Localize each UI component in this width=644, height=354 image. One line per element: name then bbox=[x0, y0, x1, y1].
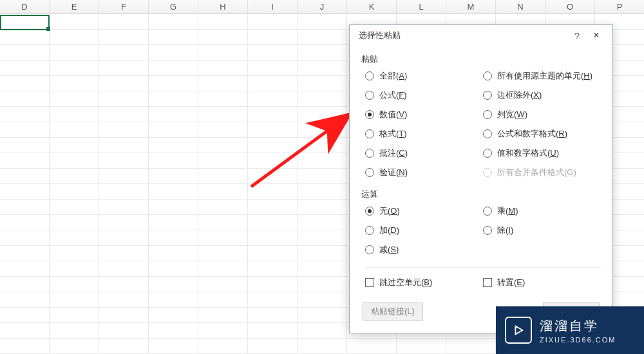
cell[interactable] bbox=[0, 277, 50, 292]
cell[interactable] bbox=[149, 215, 198, 230]
cell[interactable] bbox=[0, 200, 50, 214]
skip-blanks-checkbox[interactable]: 跳过空单元(B) bbox=[365, 277, 483, 288]
cell[interactable] bbox=[298, 277, 347, 292]
cell[interactable] bbox=[248, 138, 298, 153]
cell[interactable] bbox=[248, 122, 298, 137]
cell[interactable] bbox=[248, 169, 298, 183]
cell[interactable] bbox=[0, 45, 50, 60]
cell[interactable] bbox=[0, 261, 50, 276]
cell[interactable] bbox=[0, 169, 50, 183]
cell[interactable] bbox=[248, 61, 298, 75]
cell[interactable] bbox=[99, 169, 149, 183]
cell[interactable] bbox=[50, 61, 99, 75]
cell[interactable] bbox=[198, 76, 248, 91]
cell[interactable] bbox=[50, 138, 99, 153]
cell[interactable] bbox=[149, 153, 198, 168]
cell[interactable] bbox=[149, 246, 198, 261]
column-header-K[interactable]: K bbox=[347, 0, 397, 14]
cell[interactable] bbox=[149, 76, 198, 91]
help-icon[interactable]: ? bbox=[567, 30, 587, 41]
cell[interactable] bbox=[0, 61, 50, 75]
cell[interactable] bbox=[397, 339, 446, 353]
cell[interactable] bbox=[298, 184, 347, 199]
cell[interactable] bbox=[198, 277, 248, 292]
cell[interactable] bbox=[0, 215, 50, 230]
cell[interactable] bbox=[50, 339, 99, 353]
cell[interactable] bbox=[198, 91, 248, 106]
cell[interactable] bbox=[0, 230, 50, 245]
cell[interactable] bbox=[99, 138, 149, 153]
paste-radio-F[interactable]: 公式(F) bbox=[365, 89, 483, 101]
paste-radio-T[interactable]: 格式(T) bbox=[365, 128, 483, 140]
cell[interactable] bbox=[198, 261, 248, 276]
cell[interactable] bbox=[198, 200, 248, 214]
cell[interactable] bbox=[50, 45, 99, 60]
cell[interactable] bbox=[198, 138, 248, 153]
cell[interactable] bbox=[0, 153, 50, 168]
cell[interactable] bbox=[248, 30, 298, 44]
cell[interactable] bbox=[149, 14, 198, 29]
cell[interactable] bbox=[0, 14, 50, 29]
column-header-N[interactable]: N bbox=[496, 0, 545, 14]
column-header-P[interactable]: P bbox=[595, 0, 644, 14]
cell[interactable] bbox=[198, 169, 248, 183]
cell[interactable] bbox=[446, 339, 496, 353]
column-header-O[interactable]: O bbox=[545, 0, 595, 14]
cell[interactable] bbox=[198, 308, 248, 322]
cell[interactable] bbox=[0, 246, 50, 261]
cell[interactable] bbox=[298, 122, 347, 137]
cell[interactable] bbox=[50, 153, 99, 168]
cell[interactable] bbox=[99, 45, 149, 60]
cell[interactable] bbox=[248, 339, 298, 353]
cell[interactable] bbox=[99, 200, 149, 214]
cell[interactable] bbox=[50, 230, 99, 245]
paste-radio-V[interactable]: 数值(V) bbox=[365, 109, 483, 120]
column-header-J[interactable]: J bbox=[298, 0, 347, 14]
cell[interactable] bbox=[248, 292, 298, 307]
cell[interactable] bbox=[50, 246, 99, 261]
cell[interactable] bbox=[248, 261, 298, 276]
cell[interactable] bbox=[99, 76, 149, 91]
cell[interactable] bbox=[149, 184, 198, 199]
cell[interactable] bbox=[99, 30, 149, 44]
cell[interactable] bbox=[0, 76, 50, 91]
cell[interactable] bbox=[0, 339, 50, 353]
cell[interactable] bbox=[149, 261, 198, 276]
cell[interactable] bbox=[198, 107, 248, 122]
cell[interactable] bbox=[149, 230, 198, 245]
op-radio-D[interactable]: 加(D) bbox=[365, 225, 483, 236]
cell[interactable] bbox=[198, 184, 248, 199]
cell[interactable] bbox=[50, 292, 99, 307]
cell[interactable] bbox=[99, 61, 149, 75]
cell[interactable] bbox=[248, 91, 298, 106]
cell[interactable] bbox=[248, 76, 298, 91]
cell[interactable] bbox=[248, 246, 298, 261]
paste-radio-R[interactable]: 公式和数字格式(R) bbox=[483, 128, 601, 140]
cell[interactable] bbox=[248, 230, 298, 245]
column-header-L[interactable]: L bbox=[397, 0, 446, 14]
cell[interactable] bbox=[0, 122, 50, 137]
cell[interactable] bbox=[248, 215, 298, 230]
paste-radio-U[interactable]: 值和数字格式(U) bbox=[483, 147, 601, 159]
column-header-M[interactable]: M bbox=[446, 0, 496, 14]
cell[interactable] bbox=[0, 308, 50, 322]
cell[interactable] bbox=[347, 339, 397, 353]
op-radio-O[interactable]: 无(O) bbox=[365, 205, 483, 217]
column-header-D[interactable]: D bbox=[0, 0, 50, 14]
paste-radio-C[interactable]: 批注(C) bbox=[365, 147, 483, 159]
cell[interactable] bbox=[99, 230, 149, 245]
cell[interactable] bbox=[99, 339, 149, 353]
column-header-E[interactable]: E bbox=[50, 0, 99, 14]
cell[interactable] bbox=[99, 14, 149, 29]
cell[interactable] bbox=[99, 122, 149, 137]
cell[interactable] bbox=[149, 200, 198, 214]
cell[interactable] bbox=[298, 91, 347, 106]
dialog-titlebar[interactable]: 选择性粘贴 ? × bbox=[350, 25, 612, 46]
cell[interactable] bbox=[198, 215, 248, 230]
cell[interactable] bbox=[149, 169, 198, 183]
paste-radio-H[interactable]: 所有使用源主题的单元(H) bbox=[483, 70, 601, 82]
cell[interactable] bbox=[99, 91, 149, 106]
paste-radio-W[interactable]: 列宽(W) bbox=[483, 109, 601, 120]
cell[interactable] bbox=[149, 339, 198, 353]
cell[interactable] bbox=[50, 200, 99, 214]
